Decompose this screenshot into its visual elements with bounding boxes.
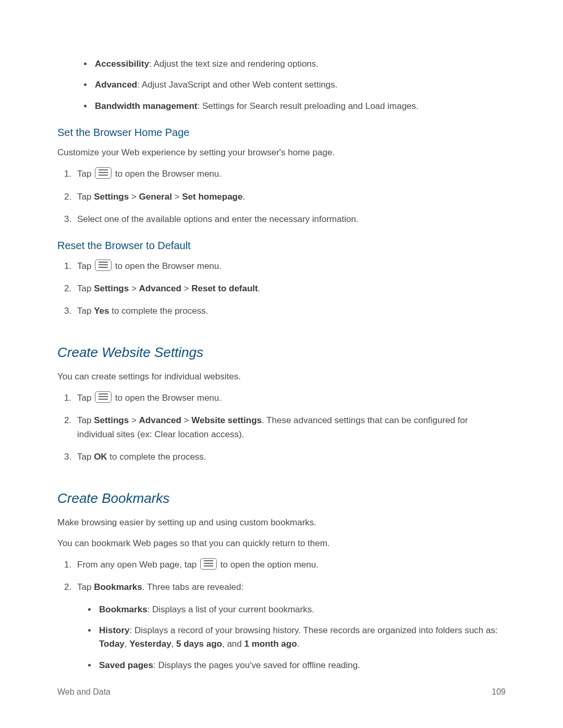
intro-text: Customize your Web experience by setting…: [57, 146, 506, 159]
top-bullet-list: Accessibility: Adjust the text size and …: [57, 57, 506, 113]
tabs-list: Bookmarks: Displays a list of your curre…: [77, 603, 506, 672]
bullet-item: History: Displays a record of your brows…: [97, 624, 506, 651]
bullet-bold: Today: [99, 639, 125, 649]
step-text: . Three tabs are revealed:: [142, 582, 243, 592]
step-text: to open the option menu.: [218, 560, 319, 570]
step-bold: Settings: [94, 415, 129, 425]
bullet-text: : Settings for Search result preloading …: [197, 101, 418, 111]
bullet-text: : Displays a record of your browsing his…: [130, 625, 498, 635]
bullet-bold: 5 days ago: [176, 639, 222, 649]
bullet-bold: Accessibility: [95, 59, 149, 69]
steps-list: Tap to open the Browser menu. Tap Settin…: [57, 167, 506, 226]
step-text: to complete the process.: [107, 452, 206, 462]
step-text: Tap: [77, 192, 94, 202]
bullet-bold: Bookmarks: [99, 604, 148, 614]
step-text: Tap: [77, 452, 94, 462]
step-text: Select one of the available options and …: [77, 214, 359, 224]
steps-list: Tap to open the Browser menu. Tap Settin…: [57, 391, 506, 464]
bullet-bold: Yesterday: [129, 639, 171, 649]
intro-text: You can bookmark Web pages so that you c…: [57, 537, 506, 550]
footer-section: Web and Data: [57, 687, 111, 697]
bullet-text: , and: [222, 639, 244, 649]
bullet-bold: Advanced: [95, 80, 137, 90]
step-bold: Bookmarks: [94, 582, 142, 592]
step-bold: Advanced: [139, 415, 181, 425]
bullet-text: : Adjust JavaScript and other Web conten…: [137, 80, 337, 90]
steps-list: Tap to open the Browser menu. Tap Settin…: [57, 259, 506, 318]
step-item: Tap Settings > Advanced > Reset to defau…: [74, 281, 506, 295]
menu-icon: [200, 558, 217, 570]
step-text: to open the Browser menu.: [113, 169, 222, 179]
step-bold: Reset to default: [191, 283, 258, 293]
heading-set-homepage: Set the Browser Home Page: [57, 127, 506, 139]
step-bold: General: [139, 192, 172, 202]
step-bold: Advanced: [139, 283, 181, 293]
bullet-item: Bandwidth management: Settings for Searc…: [93, 100, 506, 113]
step-bold: Settings: [94, 283, 129, 293]
step-sep: >: [181, 283, 191, 293]
step-sep: >: [129, 415, 139, 425]
step-text: Tap: [77, 283, 94, 293]
bullet-bold: History: [99, 625, 130, 635]
step-item: Tap Bookmarks. Three tabs are revealed: …: [74, 580, 506, 672]
step-item: Tap Yes to complete the process.: [74, 304, 506, 318]
step-text: Tap: [77, 393, 94, 403]
menu-icon: [95, 391, 112, 403]
step-item: Tap OK to complete the process.: [74, 450, 506, 464]
bullet-item: Advanced: Adjust JavaScript and other We…: [93, 78, 506, 92]
step-sep: >: [172, 192, 182, 202]
bullet-text: ,: [125, 639, 129, 649]
step-sep: >: [129, 192, 139, 202]
page-footer: Web and Data 109: [57, 687, 506, 697]
bullet-text: : Displays a list of your current bookma…: [148, 604, 314, 614]
step-sep: >: [181, 415, 191, 425]
step-text: Tap: [77, 261, 94, 271]
step-item: From any open Web page, tap to open the …: [74, 558, 506, 572]
bullet-text: : Adjust the text size and rendering opt…: [149, 59, 319, 69]
step-bold: Set homepage: [182, 192, 242, 202]
footer-page-number: 109: [492, 687, 506, 697]
step-text: to open the Browser menu.: [113, 393, 222, 403]
heading-create-website-settings: Create Website Settings: [57, 344, 506, 361]
step-text: .: [258, 283, 261, 293]
step-text: .: [242, 192, 245, 202]
bullet-bold: Saved pages: [99, 660, 153, 670]
step-text: Tap: [77, 582, 94, 592]
bullet-item: Accessibility: Adjust the text size and …: [93, 57, 506, 71]
bullet-bold: 1 month ago: [244, 639, 297, 649]
bullet-bold: Bandwidth management: [95, 101, 197, 111]
step-item: Tap to open the Browser menu.: [74, 391, 506, 405]
step-text: Tap: [77, 306, 94, 316]
bullet-item: Saved pages: Displays the pages you've s…: [97, 659, 506, 672]
step-text: to open the Browser menu.: [113, 261, 222, 271]
step-bold: Website settings: [191, 415, 262, 425]
intro-text: You can create settings for individual w…: [57, 370, 506, 384]
heading-create-bookmarks: Create Bookmarks: [57, 490, 506, 507]
step-sep: >: [129, 283, 139, 293]
step-item: Tap Settings > Advanced > Website settin…: [74, 413, 506, 441]
bullet-item: Bookmarks: Displays a list of your curre…: [97, 603, 506, 616]
step-item: Tap to open the Browser menu.: [74, 167, 506, 181]
step-item: Tap Settings > General > Set homepage.: [74, 190, 506, 204]
bullet-text: ,: [172, 639, 176, 649]
page: Accessibility: Adjust the text size and …: [0, 0, 563, 728]
step-item: Tap to open the Browser menu.: [74, 259, 506, 273]
step-bold: Settings: [94, 192, 129, 202]
intro-text: Make browsing easier by setting up and u…: [57, 516, 506, 529]
menu-icon: [95, 260, 112, 271]
menu-icon: [95, 167, 112, 179]
step-text: From any open Web page, tap: [77, 560, 199, 570]
steps-list: From any open Web page, tap to open the …: [57, 558, 506, 672]
step-bold: OK: [94, 452, 107, 462]
bullet-text: : Displays the pages you've saved for of…: [153, 660, 360, 670]
step-text: to complete the process.: [109, 306, 208, 316]
step-bold: Yes: [94, 306, 109, 316]
step-item: Select one of the available options and …: [74, 212, 506, 226]
heading-reset-default: Reset the Browser to Default: [57, 240, 506, 252]
step-text: Tap: [77, 415, 94, 425]
bullet-text: .: [297, 639, 300, 649]
step-text: Tap: [77, 169, 94, 179]
